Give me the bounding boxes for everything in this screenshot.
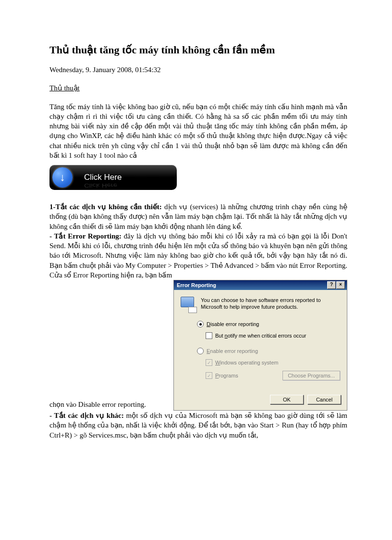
- click-here-label: Click Here: [84, 173, 122, 182]
- dialog-title: Error Reporting: [177, 282, 216, 288]
- article-body-continued: - Tắt các dịch vụ khác: một số dịch vụ c…: [49, 411, 347, 440]
- checkbox-icon: [206, 372, 212, 379]
- enable-error-reporting-radio[interactable]: Enable error reporting: [197, 348, 340, 354]
- article-body: 1-Tắt các dịch vụ không cần thiết: dịch …: [49, 202, 347, 280]
- close-button[interactable]: ×: [336, 281, 345, 289]
- click-here-button[interactable]: ↓ Click Here Click Here: [49, 165, 177, 190]
- section-2-heading: - Tắt Error Reporting:: [49, 232, 122, 240]
- programs-checkbox: Programs: [215, 373, 238, 378]
- ok-button[interactable]: OK: [270, 395, 304, 404]
- checkbox-icon: [206, 332, 212, 339]
- windows-os-checkbox: Windows operating system: [206, 359, 340, 366]
- cancel-button[interactable]: Cancel: [307, 395, 341, 404]
- section-3-heading: - Tắt các dịch vụ khác:: [49, 412, 124, 419]
- dialog-description: You can choose to have software errors r…: [201, 297, 340, 312]
- post-date: Wednesday, 9. January 2008, 01:54:32: [49, 66, 347, 74]
- category-link[interactable]: Thủ thuật: [49, 84, 347, 92]
- dialog-caption-text: chọn vào Disable error reporting.: [49, 400, 148, 411]
- section-1-heading: 1-Tắt các dịch vụ không cần thiết:: [49, 203, 162, 211]
- checkbox-icon: [206, 359, 212, 366]
- download-arrow-icon: ↓: [52, 167, 73, 188]
- disable-error-reporting-radio[interactable]: Disable error reporting: [197, 321, 340, 327]
- choose-programs-button: Choose Programs...: [282, 371, 340, 380]
- intro-paragraph: Tăng tốc máy tính là việc không bao giờ …: [49, 102, 347, 161]
- dialog-titlebar[interactable]: Error Reporting ? ×: [174, 280, 347, 290]
- radio-icon: [197, 348, 204, 354]
- radio-icon: [197, 321, 204, 327]
- error-report-icon: [181, 297, 196, 312]
- error-reporting-dialog: Error Reporting ? × You can choose to ha…: [173, 280, 347, 411]
- notify-critical-checkbox[interactable]: But notify me when critical errors occur: [206, 332, 340, 339]
- help-button[interactable]: ?: [327, 281, 336, 289]
- page-title: Thủ thuật tăng tốc máy tính không cần fầ…: [49, 43, 347, 57]
